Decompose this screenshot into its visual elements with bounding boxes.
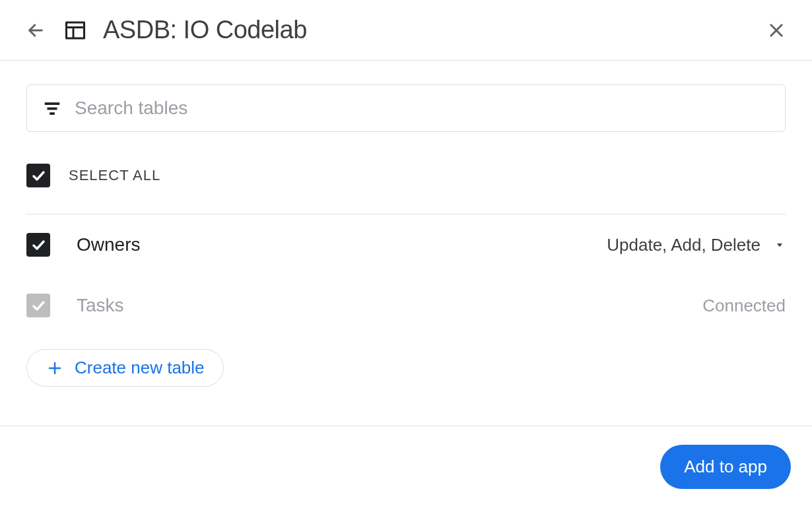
chevron-down-icon [774, 239, 786, 251]
table-row: TasksConnected [26, 275, 786, 336]
close-icon[interactable] [767, 21, 786, 40]
database-icon [63, 18, 87, 42]
table-name: Tasks [77, 295, 124, 316]
dialog-footer: Add to app [0, 426, 812, 507]
page-title: ASDB: IO Codelab [103, 16, 307, 44]
create-new-table-button[interactable]: Create new table [26, 349, 224, 387]
table-checkbox[interactable] [26, 233, 50, 257]
table-status: Connected [702, 296, 786, 316]
search-input[interactable] [75, 85, 772, 131]
create-new-label: Create new table [75, 358, 205, 378]
status-text: Connected [702, 296, 786, 316]
add-to-app-button[interactable]: Add to app [660, 445, 791, 489]
dialog-content: SELECT ALL OwnersUpdate, Add, DeleteTask… [0, 61, 812, 387]
select-all-label: SELECT ALL [69, 167, 160, 184]
back-icon[interactable] [26, 21, 45, 40]
svg-rect-7 [48, 108, 57, 110]
select-all-row: SELECT ALL [26, 132, 786, 214]
svg-rect-1 [67, 22, 85, 38]
table-name: Owners [77, 234, 140, 255]
plus-icon [46, 359, 64, 377]
permissions-dropdown[interactable]: Update, Add, Delete [607, 235, 786, 255]
table-row: OwnersUpdate, Add, Delete [26, 214, 786, 275]
svg-rect-6 [45, 102, 60, 105]
tables-list: OwnersUpdate, Add, DeleteTasksConnected [26, 214, 786, 336]
search-container [26, 84, 786, 132]
dialog-header: ASDB: IO Codelab [0, 0, 812, 61]
status-text: Update, Add, Delete [607, 235, 761, 255]
svg-marker-9 [777, 243, 782, 247]
select-all-checkbox[interactable] [26, 164, 50, 187]
svg-rect-8 [50, 112, 55, 115]
table-checkbox [26, 294, 50, 317]
filter-icon[interactable] [40, 96, 64, 120]
